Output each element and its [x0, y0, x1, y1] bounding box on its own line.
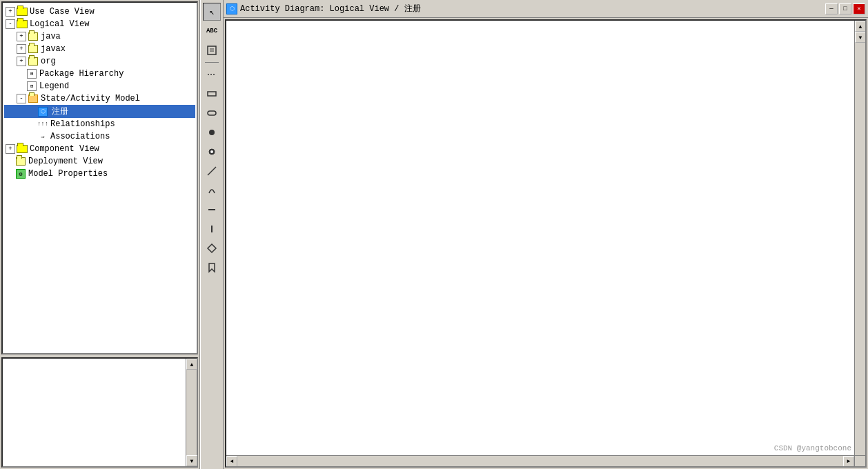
label-javax: javax	[41, 44, 66, 54]
tool-box[interactable]	[203, 85, 221, 103]
expand-org[interactable]: +	[17, 57, 26, 66]
window-controls: ─ □ ✕	[825, 3, 865, 14]
tree-item-model-properties[interactable]: ⚙ Model Properties	[4, 168, 195, 180]
tool-select[interactable]: ↖	[203, 3, 221, 21]
diagram-icon-package-hierarchy: ⊞	[26, 68, 37, 79]
tool-pipe[interactable]	[203, 220, 221, 238]
scroll-right-diagram[interactable]: ►	[843, 456, 854, 467]
label-register: 注册	[50, 106, 70, 117]
associations-icon: ⇒	[37, 131, 48, 142]
scroll-down-bottom[interactable]: ▼	[186, 455, 197, 466]
tool-circle[interactable]	[203, 143, 221, 161]
package-icon-javax	[28, 43, 39, 54]
tree-item-javax[interactable]: + javax	[4, 43, 195, 55]
expand-javax[interactable]: +	[17, 44, 26, 54]
expand-use-case-view[interactable]: +	[6, 7, 15, 17]
label-logical-view: Logical View	[30, 19, 89, 29]
tool-diamond[interactable]	[203, 239, 221, 257]
expand-java[interactable]: +	[17, 32, 26, 41]
label-java: java	[41, 32, 61, 41]
label-relationships: Relationships	[50, 119, 115, 129]
diagram-area: ⬡ Activity Diagram: Logical View / 注册 ─ …	[224, 0, 868, 469]
diagram-icon-deployment	[15, 156, 26, 167]
tree-item-org[interactable]: + org	[4, 55, 195, 68]
activity-icon-register: ⬡	[37, 106, 48, 117]
relationships-icon: ↑↑↑	[37, 119, 48, 130]
folder-icon-use-case	[17, 6, 28, 17]
diagram-canvas[interactable]: ▲ ▼ ◄ ► CSDN @yangtobcone	[225, 19, 867, 468]
tool-oval-box[interactable]	[203, 104, 221, 122]
scroll-down-diagram[interactable]: ▼	[855, 32, 866, 43]
tree-item-state-activity-model[interactable]: - State/Activity Model	[4, 92, 195, 105]
tree-item-legend[interactable]: ⊞ Legend	[4, 80, 195, 92]
label-associations: Associations	[50, 132, 110, 141]
minimize-button[interactable]: ─	[825, 3, 838, 14]
tree-item-use-case-view[interactable]: + Use Case View	[4, 6, 195, 18]
label-use-case-view: Use Case View	[30, 7, 95, 17]
package-icon-org	[28, 56, 39, 67]
scroll-corner	[854, 455, 865, 466]
svg-rect-0	[208, 46, 216, 54]
tree-panel[interactable]: + Use Case View - Logical View +	[1, 1, 198, 355]
diagram-titlebar: ⬡ Activity Diagram: Logical View / 注册 ─ …	[224, 0, 868, 18]
label-model-properties: Model Properties	[28, 169, 108, 179]
tree-item-package-hierarchy[interactable]: ⊞ Package Hierarchy	[4, 68, 195, 80]
scroll-left-diagram[interactable]: ◄	[226, 456, 237, 467]
tool-text[interactable]: ABC	[203, 22, 221, 40]
folder-icon-component	[17, 143, 28, 154]
tree-item-deployment-view[interactable]: Deployment View	[4, 155, 195, 168]
svg-marker-12	[208, 244, 216, 252]
toolbar-strip: ↖ ABC	[200, 0, 224, 469]
bottom-panel: ▲ ▼	[1, 357, 198, 468]
tree-item-java[interactable]: + java	[4, 30, 195, 43]
svg-marker-13	[209, 263, 215, 272]
diagram-scrollbar-v[interactable]: ▲ ▼	[854, 21, 865, 455]
package-icon-java	[28, 31, 39, 42]
folder-icon-logical	[17, 19, 28, 30]
package-icon-state-activity	[28, 93, 39, 104]
left-panel: + Use Case View - Logical View +	[0, 0, 200, 469]
tool-line[interactable]	[203, 162, 221, 180]
tool-dash[interactable]	[203, 201, 221, 219]
tool-arc[interactable]	[203, 181, 221, 199]
diagram-title-left: ⬡ Activity Diagram: Logical View / 注册	[226, 3, 421, 14]
tool-bookmark[interactable]	[203, 259, 221, 277]
tree-item-logical-view[interactable]: - Logical View	[4, 18, 195, 30]
tool-dashed[interactable]	[203, 66, 221, 83]
svg-rect-4	[208, 92, 216, 96]
watermark: CSDN @yangtobcone	[774, 444, 851, 452]
expand-logical-view[interactable]: -	[6, 19, 15, 29]
diagram-icon-legend: ⊞	[26, 81, 37, 92]
diagram-title-icon: ⬡	[226, 3, 237, 14]
diagram-scrollbar-h[interactable]: ◄ ►	[226, 455, 854, 466]
expand-component-view[interactable]: +	[6, 144, 15, 154]
tree-item-register[interactable]: ⬡ 注册	[4, 105, 195, 118]
svg-rect-5	[208, 111, 216, 115]
label-deployment-view: Deployment View	[28, 157, 103, 166]
scroll-up-bottom[interactable]: ▲	[186, 359, 197, 370]
expand-state-activity[interactable]: -	[17, 94, 26, 103]
tree-item-relationships[interactable]: ↑↑↑ Relationships	[4, 118, 195, 130]
tree-item-associations[interactable]: ⇒ Associations	[4, 130, 195, 143]
svg-point-6	[209, 130, 215, 135]
label-component-view: Component View	[30, 144, 99, 154]
label-org: org	[41, 57, 56, 66]
restore-button[interactable]: □	[839, 3, 851, 14]
model-properties-icon: ⚙	[15, 168, 26, 179]
label-package-hierarchy: Package Hierarchy	[39, 69, 124, 79]
tool-dot[interactable]	[203, 123, 221, 141]
scroll-up-diagram[interactable]: ▲	[855, 21, 866, 32]
tree-item-component-view[interactable]: + Component View	[4, 143, 195, 155]
label-legend: Legend	[39, 81, 69, 91]
diagram-title-text: Activity Diagram: Logical View / 注册	[240, 3, 421, 14]
tool-note[interactable]	[203, 41, 221, 59]
label-state-activity-model: State/Activity Model	[41, 94, 140, 103]
svg-point-8	[210, 150, 213, 153]
close-button[interactable]: ✕	[853, 3, 865, 14]
tool-sep-1	[205, 62, 219, 63]
main-layout: + Use Case View - Logical View +	[0, 0, 868, 469]
svg-line-9	[208, 167, 216, 175]
